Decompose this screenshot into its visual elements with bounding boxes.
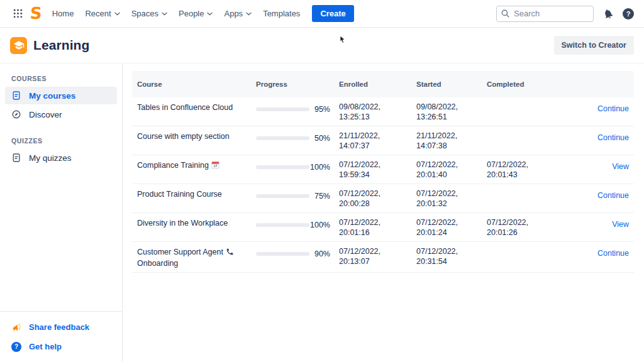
get-help-link[interactable]: ? Get help — [5, 337, 117, 356]
mouse-cursor — [340, 35, 346, 44]
enrolled-cell: 09/08/2022,13:25:13 — [339, 102, 416, 122]
progress-bar — [256, 194, 309, 198]
sidebar-section-courses: COURSES — [0, 70, 122, 87]
sidebar-item-label: My courses — [29, 91, 75, 101]
enrolled-cell: 07/12/2022,20:00:28 — [339, 189, 416, 209]
enrolled-cell: 21/11/2022,14:07:37 — [339, 131, 416, 151]
enrolled-cell: 07/12/2022,19:59:34 — [339, 160, 416, 180]
search-input[interactable] — [496, 6, 594, 22]
started-cell: 21/11/2022,14:07:38 — [416, 131, 487, 151]
col-header-progress: Progress — [256, 80, 339, 88]
chevron-down-icon — [162, 12, 167, 16]
chevron-down-icon — [246, 12, 252, 16]
nav-item-apps[interactable]: Apps — [218, 5, 257, 22]
megaphone-icon — [11, 322, 21, 332]
course-name: Course with empty section — [137, 131, 256, 141]
search-box — [496, 6, 594, 22]
started-cell: 07/12/2022,20:01:40 — [416, 160, 487, 180]
document-icon — [11, 153, 21, 163]
progress-cell: 100% — [256, 160, 339, 172]
completed-cell — [487, 246, 561, 247]
progress-percent: 90% — [309, 250, 339, 258]
nav-item-home[interactable]: Home — [47, 5, 80, 22]
sidebar-item-discover[interactable]: Discover — [5, 106, 117, 123]
col-header-enrolled: Enrolled — [339, 80, 416, 88]
table-row: Diversity in the Workplace 100% 07/12/20… — [132, 213, 634, 242]
progress-percent: 95% — [309, 105, 339, 114]
progress-bar — [256, 136, 309, 140]
sidebar-item-my-quizzes[interactable]: My quizzes — [5, 149, 117, 167]
progress-bar — [256, 252, 309, 256]
app-switcher-grid-icon[interactable] — [9, 5, 26, 23]
table-row: Customer Support Agent Onboarding 90% 07… — [132, 242, 634, 273]
course-name: Customer Support Agent Onboarding — [137, 246, 256, 268]
progress-cell: 75% — [256, 189, 339, 200]
table-row: Course with empty section 50% 21/11/2022… — [132, 126, 634, 155]
calendar-emoji-icon: 17 — [211, 161, 219, 172]
help-circle-icon: ? — [11, 342, 21, 352]
progress-bar — [256, 165, 309, 169]
help-icon[interactable]: ? — [623, 8, 634, 19]
progress-cell: 95% — [256, 102, 339, 114]
col-header-started: Started — [416, 80, 487, 88]
share-feedback-link[interactable]: Share feedback — [5, 318, 117, 336]
started-cell: 07/12/2022,20:31:54 — [416, 246, 487, 266]
progress-bar — [256, 223, 309, 227]
create-button[interactable]: Create — [312, 5, 353, 22]
sidebar: COURSES My courses Discover QUIZZES — [0, 63, 123, 362]
continue-link[interactable]: Continue — [597, 249, 629, 258]
chevron-down-icon — [114, 12, 120, 16]
sidebar-footer: Share feedback ? Get help — [0, 311, 122, 362]
enrolled-cell: 07/12/2022,20:01:16 — [339, 217, 416, 238]
course-name: Diversity in the Workplace — [137, 217, 256, 228]
completed-cell — [487, 102, 561, 102]
chevron-down-icon — [207, 12, 213, 16]
notifications-bell-icon[interactable] — [602, 8, 614, 19]
sidebar-section-quizzes: QUIZZES — [0, 132, 122, 149]
course-name: Tables in Confluence Cloud — [137, 102, 256, 112]
switch-to-creator-button[interactable]: Switch to Creator — [554, 36, 635, 55]
progress-cell: 50% — [256, 131, 339, 143]
progress-percent: 50% — [309, 134, 339, 143]
progress-percent: 100% — [309, 221, 339, 229]
product-logo[interactable]: S — [30, 4, 42, 23]
sidebar-item-label: Discover — [29, 110, 62, 119]
share-feedback-label: Share feedback — [29, 322, 89, 332]
primary-nav: Home Recent Spaces People Apps Templates — [47, 5, 306, 22]
search-icon — [501, 9, 510, 18]
nav-item-recent[interactable]: Recent — [79, 5, 125, 22]
completed-cell: 07/12/2022,20:01:26 — [487, 217, 561, 238]
course-name: Product Training Course — [137, 189, 256, 199]
view-link[interactable]: View — [612, 162, 629, 171]
courses-table: Course Progress Enrolled Started Complet… — [123, 63, 644, 362]
phone-emoji-icon — [226, 248, 234, 258]
col-header-course: Course — [137, 80, 256, 88]
progress-percent: 100% — [309, 163, 339, 172]
started-cell: 09/08/2022,13:26:51 — [416, 102, 487, 122]
progress-cell: 100% — [256, 217, 339, 229]
nav-item-spaces[interactable]: Spaces — [126, 5, 173, 22]
continue-link[interactable]: Continue — [597, 191, 629, 200]
progress-cell: 90% — [256, 246, 339, 258]
progress-bar — [256, 107, 309, 111]
svg-text:17: 17 — [214, 164, 218, 168]
continue-link[interactable]: Continue — [597, 133, 629, 142]
col-header-completed: Completed — [487, 80, 561, 88]
table-row: Tables in Confluence Cloud 95% 09/08/202… — [132, 97, 634, 126]
learning-app-icon — [10, 37, 27, 54]
page-title: Learning — [33, 38, 89, 53]
compass-icon — [11, 109, 21, 119]
sidebar-item-my-courses[interactable]: My courses — [5, 87, 117, 104]
get-help-label: Get help — [29, 342, 62, 351]
table-row: Compliance Training 17 100% 07/12/2022,1… — [132, 155, 634, 184]
app-header: Learning Switch to Creator — [0, 28, 644, 63]
nav-item-people[interactable]: People — [173, 5, 218, 22]
progress-percent: 75% — [309, 192, 339, 200]
table-header-row: Course Progress Enrolled Started Complet… — [132, 71, 634, 97]
view-link[interactable]: View — [612, 220, 629, 229]
sidebar-item-label: My quizzes — [29, 153, 72, 163]
enrolled-cell: 07/12/2022,20:13:07 — [339, 246, 416, 266]
nav-item-templates[interactable]: Templates — [257, 5, 306, 22]
completed-cell — [487, 131, 561, 131]
continue-link[interactable]: Continue — [597, 104, 629, 113]
